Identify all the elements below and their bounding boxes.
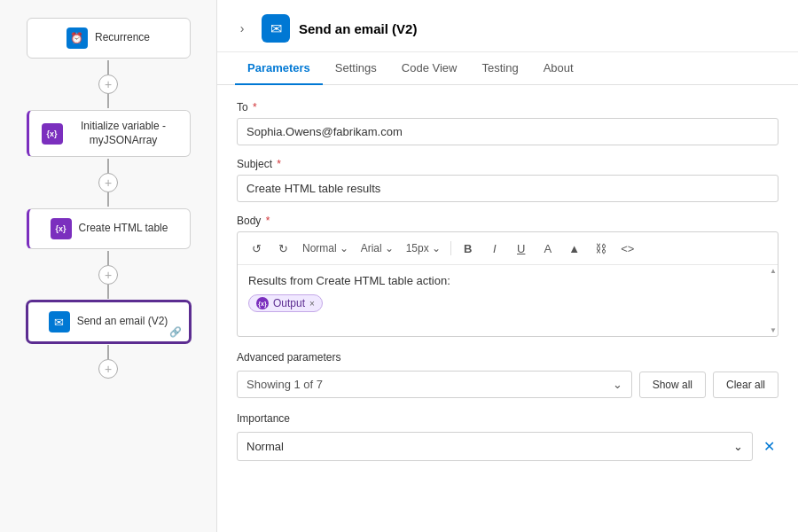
to-input[interactable] [237, 118, 778, 145]
body-field-group: Body * ↺ ↻ Normal ⌄ Arial ⌄ 15px [237, 215, 778, 337]
code-button[interactable]: <> [616, 237, 639, 260]
recurrence-node[interactable]: ⏰ Recurrence [27, 18, 191, 59]
advanced-params-row: Showing 1 of 7 ⌄ Show all Clear all [237, 371, 778, 398]
add-step-2[interactable]: + [98, 173, 118, 192]
showing-chevron-icon: ⌄ [613, 378, 622, 391]
importance-label: Importance [237, 412, 778, 425]
showing-dropdown[interactable]: Showing 1 of 7 ⌄ [237, 371, 632, 398]
connector-3: + [98, 251, 118, 299]
importance-dropdown[interactable]: Normal ⌄ [237, 432, 753, 461]
body-editor: ↺ ↻ Normal ⌄ Arial ⌄ 15px ⌄ B [237, 231, 778, 337]
highlight-button[interactable]: ▲ [563, 237, 586, 260]
italic-button[interactable]: I [483, 237, 506, 260]
redo-button[interactable]: ↻ [271, 237, 294, 260]
editor-body-text: Results from Create HTML table action: [248, 274, 767, 287]
connector-1: + [98, 60, 118, 108]
connector-line-2b [107, 192, 109, 207]
body-label: Body * [237, 215, 778, 227]
format-select[interactable]: Normal ⌄ [298, 239, 353, 257]
panel-header-icon: ✉ [262, 14, 290, 43]
create-html-table-icon: {x} [51, 218, 72, 239]
link-icon: 🔗 [169, 326, 182, 338]
create-html-table-label: Create HTML table [79, 222, 168, 236]
size-select[interactable]: 15px ⌄ [402, 239, 445, 257]
connector-line-1 [107, 60, 109, 74]
add-step-3[interactable]: + [98, 265, 118, 285]
tabs-bar: Parameters Settings Code View Testing Ab… [217, 52, 798, 85]
scroll-up-icon[interactable]: ▲ [770, 267, 777, 275]
subject-field-group: Subject * [237, 158, 778, 202]
tab-testing[interactable]: Testing [469, 52, 530, 85]
font-select[interactable]: Arial ⌄ [356, 239, 398, 257]
panel-content: To * Subject * Body * ↺ ↻ Normal [217, 85, 798, 532]
importance-value: Normal [246, 440, 284, 453]
showing-text: Showing 1 of 7 [246, 378, 323, 391]
workflow-left-panel: ⏰ Recurrence + {x} Initialize variable -… [0, 0, 217, 532]
send-email-icon: ✉ [49, 311, 70, 332]
tab-code-view[interactable]: Code View [389, 52, 470, 85]
tab-settings[interactable]: Settings [323, 52, 389, 85]
token-close-button[interactable]: × [309, 299, 315, 309]
connector-line-3b [107, 285, 109, 299]
advanced-params-section: Advanced parameters Showing 1 of 7 ⌄ Sho… [237, 351, 778, 398]
underline-button[interactable]: U [510, 237, 533, 260]
initialize-variable-label: Initialize variable - myJSONArray [70, 120, 177, 147]
toolbar-divider-1 [450, 241, 451, 255]
importance-chevron-icon: ⌄ [733, 440, 743, 453]
recurrence-label: Recurrence [95, 31, 150, 45]
connector-line-1b [107, 94, 109, 108]
recurrence-icon: ⏰ [66, 27, 88, 49]
tab-parameters[interactable]: Parameters [235, 52, 323, 85]
importance-row: Normal ⌄ ✕ [237, 432, 778, 461]
initialize-variable-icon: {x} [42, 123, 63, 145]
show-all-button[interactable]: Show all [639, 372, 706, 398]
bold-button[interactable]: B [457, 237, 480, 260]
highlight-icon: ▲ [568, 242, 580, 255]
to-field-group: To * [237, 101, 778, 145]
dynamic-token-output[interactable]: {x} Output × [248, 294, 323, 312]
link-button[interactable]: ⛓ [590, 237, 613, 260]
subject-input[interactable] [237, 175, 778, 202]
send-email-label: Send an email (V2) [77, 315, 168, 329]
importance-clear-button[interactable]: ✕ [760, 434, 778, 458]
connector-line-4 [107, 345, 109, 359]
panel-header: › ✉ Send an email (V2) [217, 0, 798, 52]
connector-line-2 [107, 159, 109, 173]
link-icon: ⛓ [595, 242, 606, 255]
advanced-params-label: Advanced parameters [237, 351, 778, 364]
connector-2: + [98, 159, 118, 207]
collapse-button[interactable]: › [231, 18, 253, 39]
connector-4: + [98, 345, 118, 379]
initialize-variable-node[interactable]: {x} Initialize variable - myJSONArray [27, 110, 191, 157]
token-icon: {x} [256, 297, 269, 309]
to-label: To * [237, 101, 778, 113]
token-label: Output [273, 297, 305, 309]
connector-line-3 [107, 251, 109, 265]
add-step-4[interactable]: + [98, 359, 118, 379]
subject-label: Subject * [237, 158, 778, 170]
editor-toolbar: ↺ ↻ Normal ⌄ Arial ⌄ 15px ⌄ B [238, 232, 778, 265]
action-right-panel: › ✉ Send an email (V2) Parameters Settin… [217, 0, 798, 532]
tab-about[interactable]: About [531, 52, 586, 85]
send-email-node[interactable]: ✉ Send an email (V2) 🔗 [27, 301, 191, 343]
create-html-table-node[interactable]: {x} Create HTML table [27, 208, 191, 249]
editor-body[interactable]: Results from Create HTML table action: {… [238, 265, 778, 336]
importance-section: Importance Normal ⌄ ✕ [237, 412, 778, 461]
scroll-down-icon[interactable]: ▼ [770, 326, 777, 334]
editor-scrollbar: ▲ ▼ [769, 265, 778, 336]
font-color-button[interactable]: A [536, 237, 559, 260]
panel-header-title: Send an email (V2) [299, 21, 417, 36]
add-step-1[interactable]: + [98, 74, 118, 94]
clear-all-button[interactable]: Clear all [713, 372, 778, 398]
undo-button[interactable]: ↺ [245, 237, 268, 260]
